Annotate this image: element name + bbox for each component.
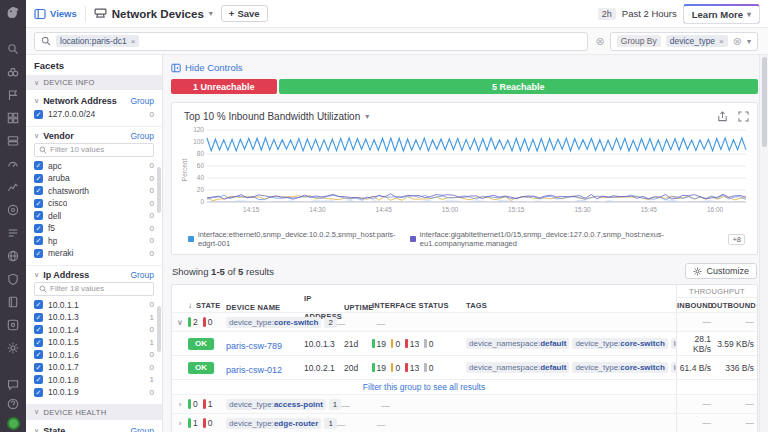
checkbox-checked-icon[interactable]: ✓ xyxy=(34,313,43,322)
facet-group-link[interactable]: Group xyxy=(130,270,154,280)
tag-pill[interactable]: device_namespace:default xyxy=(466,338,569,349)
facet-value-row[interactable]: ✓10.0.1.40 xyxy=(34,324,154,337)
clear-icon[interactable]: ⊗ xyxy=(733,35,742,48)
checkbox-checked-icon[interactable]: ✓ xyxy=(34,186,43,195)
legend-item[interactable]: interface:gigabitethernet1/0/15,snmp_dev… xyxy=(410,230,715,248)
facet-value-row[interactable]: ✓chatsworth0 xyxy=(34,185,154,198)
checkbox-checked-icon[interactable]: ✓ xyxy=(34,325,43,334)
datadog-logo[interactable] xyxy=(5,5,21,25)
facet-value-row[interactable]: ✓apc0 xyxy=(34,160,154,173)
nav-logs-icon[interactable] xyxy=(7,227,19,239)
nav-help-icon[interactable] xyxy=(7,398,19,410)
table-device-row[interactable]: OKparis-csw-78910.0.1.321d190130device_n… xyxy=(172,332,757,356)
nav-apm-icon[interactable] xyxy=(7,204,19,216)
nav-infrastructure-icon[interactable] xyxy=(7,135,19,147)
chevron-down-icon[interactable]: ∨ xyxy=(34,97,39,105)
facet-value-row[interactable]: ✓10.0.1.81 xyxy=(34,374,154,387)
group-expander-icon[interactable]: › xyxy=(172,419,188,428)
checkbox-checked-icon[interactable]: ✓ xyxy=(34,300,43,309)
fullscreen-icon[interactable] xyxy=(738,111,749,122)
facet-group-link[interactable]: Group xyxy=(130,96,154,106)
legend-item[interactable]: interface:ethernet0,snmp_device:10.0.2.5… xyxy=(188,230,396,248)
facet-filter-input[interactable]: Filter 18 values xyxy=(34,282,154,296)
checkbox-checked-icon[interactable]: ✓ xyxy=(34,236,43,245)
chevron-down-icon[interactable]: ∨ xyxy=(34,132,39,140)
remove-group-by-icon[interactable]: × xyxy=(719,37,724,46)
facet-filter-input[interactable]: Filter 10 values xyxy=(34,143,154,157)
tag-pill[interactable]: device_type:core-switch xyxy=(572,362,667,373)
facet-value-row[interactable]: ✓hp0 xyxy=(34,235,154,248)
checkbox-checked-icon[interactable]: ✓ xyxy=(34,199,43,208)
nav-watchdog-icon[interactable] xyxy=(7,66,19,78)
group-expander-icon[interactable]: ∨ xyxy=(172,318,188,327)
tag-pill[interactable]: device_type:core-switch xyxy=(572,338,667,349)
clear-group-by-icon[interactable]: ⊗ xyxy=(596,35,605,48)
save-button[interactable]: + Save xyxy=(221,5,268,22)
search-input[interactable]: location:paris-dc1 × xyxy=(34,32,588,51)
column-header-interface-status[interactable]: INTERFACE STATUS xyxy=(372,301,466,310)
export-icon[interactable] xyxy=(717,111,728,122)
checkbox-checked-icon[interactable]: ✓ xyxy=(34,110,43,119)
checkbox-checked-icon[interactable]: ✓ xyxy=(34,338,43,347)
table-group-row[interactable]: ∨20device_type:core-switch2———— xyxy=(172,313,757,332)
time-range-label[interactable]: Past 2 Hours xyxy=(622,8,677,19)
nav-integrations-icon[interactable] xyxy=(7,319,19,331)
customize-button[interactable]: Customize xyxy=(685,263,757,279)
checkbox-checked-icon[interactable]: ✓ xyxy=(34,224,43,233)
group-by-box[interactable]: Group By device_type × ⊗ ▾ xyxy=(610,32,758,51)
group-expander-icon[interactable]: › xyxy=(172,400,188,409)
nav-synthetics-icon[interactable] xyxy=(7,250,19,262)
nav-dashboards-icon[interactable] xyxy=(7,112,19,124)
facet-value-row[interactable]: ✓10.0.1.70 xyxy=(34,361,154,374)
checkbox-checked-icon[interactable]: ✓ xyxy=(34,249,43,258)
remove-filter-icon[interactable]: × xyxy=(131,37,136,46)
column-header-state[interactable]: ↓STATE xyxy=(188,301,226,310)
learn-more-button[interactable]: Learn More ▾ xyxy=(683,4,760,24)
table-device-row[interactable]: OKparis-csw-01210.0.2.120d190130device_n… xyxy=(172,356,757,380)
chevron-down-icon[interactable]: ∨ xyxy=(34,271,39,279)
column-header-inbound[interactable]: INBOUND xyxy=(677,301,711,310)
checkbox-checked-icon[interactable]: ✓ xyxy=(34,388,43,397)
table-group-row[interactable]: ›01device_type:access-point1———— xyxy=(172,395,757,414)
nav-security-icon[interactable] xyxy=(7,273,19,285)
checkbox-checked-icon[interactable]: ✓ xyxy=(34,350,43,359)
facet-value-row[interactable]: ✓10.0.1.31 xyxy=(34,311,154,324)
column-header-tags[interactable]: TAGS xyxy=(466,301,676,310)
reachable-segment[interactable]: 5 Reachable xyxy=(279,79,758,94)
nav-search-icon[interactable] xyxy=(7,43,19,55)
facet-value-row[interactable]: ✓meraki0 xyxy=(34,247,154,260)
legend-overflow-badge[interactable]: +8 xyxy=(728,234,745,245)
facet-value-row[interactable]: ✓10.0.1.90 xyxy=(34,386,154,399)
facet-value-row[interactable]: ✓10.0.1.51 xyxy=(34,336,154,349)
facet-value-row[interactable]: ✓dell0 xyxy=(34,210,154,223)
page-title-group[interactable]: Network Devices ▾ xyxy=(94,7,213,20)
column-header-outbound[interactable]: OUTBOUND xyxy=(711,301,759,310)
table-group-row[interactable]: ›10device_type:edge-router1———— xyxy=(172,414,757,432)
facet-value-row[interactable]: ✓10.0.1.60 xyxy=(34,349,154,362)
page-scrollbar[interactable] xyxy=(759,55,768,432)
facet-value-row[interactable]: ✓cisco0 xyxy=(34,197,154,210)
facet-value-row[interactable]: ✓127.0.0.0/240 xyxy=(34,108,154,121)
tag-pill[interactable]: device_type:edge-router xyxy=(226,418,321,429)
facet-value-row[interactable]: ✓10.0.1.10 xyxy=(34,299,154,312)
nav-support-chat-icon[interactable] xyxy=(7,379,19,391)
bandwidth-utilization-chart[interactable]: 020406080100120Percent14:1514:3014:4515:… xyxy=(180,124,756,224)
scrollbar-thumb[interactable] xyxy=(762,57,767,147)
column-header-device-name[interactable]: DEVICE NAME xyxy=(226,296,304,314)
nav-events-icon[interactable] xyxy=(7,89,19,101)
column-header-uptime[interactable]: UPTIME xyxy=(344,296,372,314)
facet-section-header[interactable]: ∨DEVICE HEALTH xyxy=(26,405,162,420)
nav-settings-icon[interactable] xyxy=(7,342,19,354)
facet-list-scrollbar[interactable] xyxy=(157,306,161,352)
tag-pill[interactable]: device_namespace:default xyxy=(466,362,569,373)
facet-value-row[interactable]: ✓f50 xyxy=(34,222,154,235)
chart-title-dropdown-icon[interactable]: ▾ xyxy=(365,112,369,121)
hide-controls-button[interactable]: Hide Controls xyxy=(171,62,758,73)
filter-group-link[interactable]: Filter this group to see all results xyxy=(172,382,676,392)
checkbox-checked-icon[interactable]: ✓ xyxy=(34,211,43,220)
checkbox-checked-icon[interactable]: ✓ xyxy=(34,161,43,170)
checkbox-checked-icon[interactable]: ✓ xyxy=(34,375,43,384)
facet-group-link[interactable]: Group xyxy=(130,131,154,141)
facet-value-row[interactable]: ✓aruba0 xyxy=(34,172,154,185)
chevron-down-icon[interactable]: ∨ xyxy=(34,427,39,432)
